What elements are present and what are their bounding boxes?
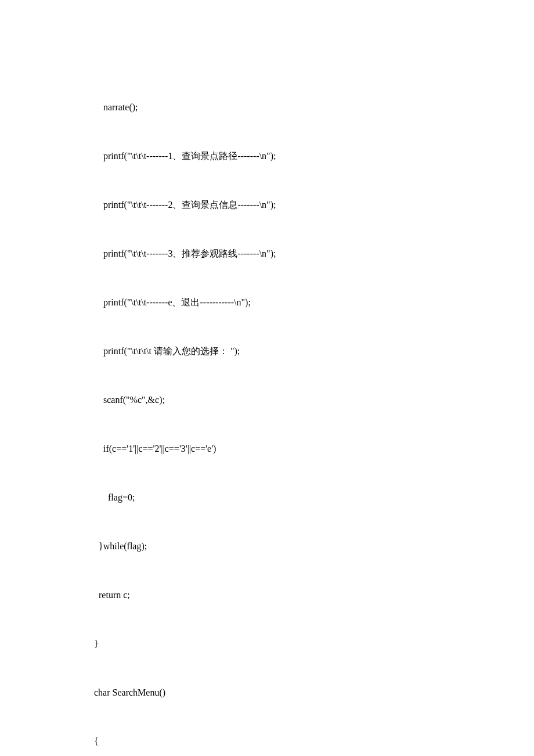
code-line: char SearchMenu(): [94, 685, 466, 701]
code-line: flag=0;: [94, 489, 466, 506]
code-line: printf("\t\t\t-------2、查询景点信息-------\n")…: [94, 197, 466, 213]
code-line: printf("\t\t\t-------e、退出-----------\n")…: [94, 294, 466, 311]
code-line: narrate();: [94, 99, 466, 116]
code-line: printf("\t\t\t\t 请输入您的选择： ");: [94, 343, 466, 359]
code-line: {: [94, 733, 466, 750]
code-line: if(c=='1'||c=='2'||c=='3'||c=='e'): [94, 441, 466, 457]
code-line: }while(flag);: [94, 538, 466, 555]
code-line: return c;: [94, 587, 466, 603]
code-line: printf("\t\t\t-------1、查询景点路径-------\n")…: [94, 148, 466, 164]
code-line: printf("\t\t\t-------3、推荐参观路线-------\n")…: [94, 246, 466, 262]
code-line: scanf("%c",&c);: [94, 392, 466, 408]
code-line: }: [94, 636, 466, 652]
code-page: narrate(); printf("\t\t\t-------1、查询景点路径…: [0, 0, 466, 756]
